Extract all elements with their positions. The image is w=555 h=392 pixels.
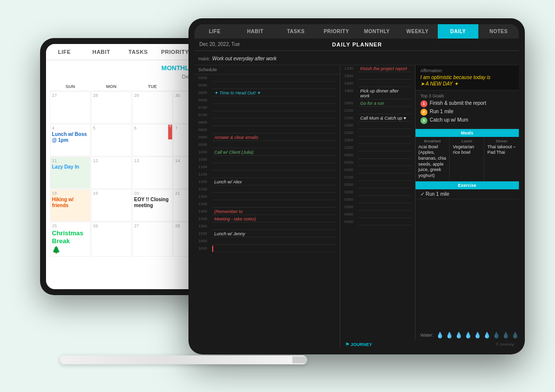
- goal-3-text: Catch up w/ Mum: [430, 117, 468, 123]
- tab-front-priority[interactable]: PRIORITY: [316, 24, 357, 39]
- lunch-content: Vegetarian rice bowl: [453, 144, 481, 156]
- drop-3: 💧: [455, 332, 462, 339]
- habit-value: Work out everyday after work: [212, 56, 277, 61]
- cal-header-sun: SUN: [50, 83, 91, 91]
- tab-front-habit[interactable]: HABIT: [235, 24, 276, 39]
- time-row-1630: 1630: [194, 245, 340, 253]
- goals-title: Top 3 Goals: [420, 93, 514, 98]
- dinner-content: Thai takeout – Pad Thai: [487, 144, 516, 156]
- tab-front-daily[interactable]: DAILY: [438, 24, 478, 39]
- time-row-0900: 0900Answer & clear emails: [194, 134, 340, 141]
- breakfast-label: Breakfast: [418, 139, 447, 143]
- breakfast-col: Breakfast Acai Bowl (Apples, bananas, ch…: [416, 137, 450, 181]
- time-row-1330: 1330: [194, 201, 340, 208]
- dinner-col: Dinner Thai takeout – Pad Thai: [484, 137, 519, 181]
- meals-section: Meals Breakfast Acai Bowl (Apples, banan…: [416, 129, 519, 181]
- cal-cell-19[interactable]: 19: [91, 189, 132, 221]
- time-row-1400: 1400(Remember to: [194, 208, 340, 216]
- drop-8: 💧: [502, 332, 509, 339]
- schedule-body: 0500 0530 0600✦ Time to Head Out! ✦ 0630…: [194, 75, 340, 348]
- daily-header: Dec 20, 2022, Tue DAILY PLANNER: [194, 39, 519, 51]
- goal-2: 2 Run 1 mile: [420, 109, 514, 116]
- copyright: © Journey: [496, 342, 514, 347]
- tab-front-notes[interactable]: NOTES: [478, 24, 519, 39]
- time-row-0830: 0830: [194, 127, 340, 134]
- goals-section: Top 3 Goals 1 Finish & submit the report…: [416, 90, 519, 129]
- goal-2-num: 2: [420, 109, 427, 116]
- goal-3-num: 3: [420, 117, 427, 124]
- cal-cell-13[interactable]: 13: [132, 157, 173, 189]
- cal-cell-18[interactable]: 18Hiking w/ friends: [50, 189, 91, 221]
- scene: LIFE HABIT TASKS PRIORITY MONTHLY WEEKLY…: [30, 18, 525, 374]
- schedule-header: Schedule: [194, 65, 340, 75]
- pencil-tip: [292, 356, 307, 363]
- lunch-col: Lunch Vegetarian rice bowl: [450, 137, 484, 181]
- drop-2: 💧: [446, 332, 453, 339]
- left-panel: Schedule 0500 0530 0600✦ Time to Head Ou…: [194, 65, 340, 348]
- time-row-0600: 0600✦ Time to Head Out! ✦: [194, 89, 340, 97]
- time-row-1100: 1100: [194, 164, 340, 171]
- exercise-header: Exercise: [416, 181, 519, 189]
- dinner-label: Dinner: [487, 139, 516, 143]
- tab-back-tasks[interactable]: TASKS: [120, 44, 157, 60]
- water-drops: 💧 💧 💧 💧 💧 💧 💧 💧 💧: [436, 332, 519, 339]
- time-row-1000: 1000Call w/ Client (Julia): [194, 149, 340, 156]
- tab-back-habit[interactable]: HABIT: [83, 44, 120, 60]
- tab-front-monthly[interactable]: MONTHLY: [357, 24, 397, 39]
- drop-6: 💧: [483, 332, 491, 339]
- right-schedule: 1700Finish the project report 1800 1830 …: [340, 65, 416, 341]
- tab-front-weekly[interactable]: WEEKLY: [397, 24, 438, 39]
- goal-1-num: 1: [420, 100, 427, 107]
- tab-front-life[interactable]: LIFE: [194, 24, 235, 39]
- drop-1: 💧: [436, 332, 444, 339]
- journey-footer: ⚑ JOURNEY © Journey: [340, 341, 519, 348]
- cal-cell-5[interactable]: 5: [91, 124, 132, 156]
- habit-label: Habit:: [198, 56, 210, 61]
- exercise-content: ✓ Run 1 mile: [416, 189, 519, 199]
- time-row-1230: 1230: [194, 186, 340, 193]
- cal-cell-4[interactable]: 4Lunch w/ Boss @ 1pm: [50, 124, 91, 156]
- nav-bar-dark: LIFE HABIT TASKS PRIORITY MONTHLY WEEKLY…: [194, 24, 519, 39]
- ipad-front: LIFE HABIT TASKS PRIORITY MONTHLY WEEKLY…: [188, 18, 525, 354]
- time-row-0530: 0530: [194, 82, 340, 89]
- affirmation-label: Affirmation:: [420, 68, 514, 73]
- time-row-1500: 1500: [194, 223, 340, 230]
- tab-back-priority[interactable]: PRIORITY: [157, 44, 194, 60]
- right-panel: 1700Finish the project report 1800 1830 …: [340, 65, 519, 348]
- goal-1-text: Finish & submit the report: [430, 100, 486, 106]
- breakfast-content: Acai Bowl (Apples, bananas, chia seeds, …: [418, 144, 447, 179]
- cal-cell-27prev[interactable]: 27: [50, 91, 91, 124]
- daily-body: Schedule 0500 0530 0600✦ Time to Head Ou…: [194, 65, 519, 348]
- lunch-label: Lunch: [453, 139, 481, 143]
- cal-cell-29prev[interactable]: 29: [132, 91, 173, 124]
- time-row-0630: 0630: [194, 97, 340, 104]
- time-row-0930: 0930: [194, 141, 340, 149]
- exercise-section: Exercise ✓ Run 1 mile: [416, 181, 519, 199]
- cal-cell-26[interactable]: 26: [91, 222, 132, 257]
- journey-brand: ⚑ JOURNEY: [345, 342, 372, 347]
- goal-3: 3 Catch up w/ Mum: [420, 117, 514, 124]
- cal-cell-11[interactable]: 11Lazy Day In: [50, 157, 91, 189]
- right-schedule-body: 1700Finish the project report 1800 1830 …: [340, 65, 415, 226]
- goal-2-text: Run 1 mile: [430, 109, 454, 114]
- meals-grid: Breakfast Acai Bowl (Apples, bananas, ch…: [416, 137, 519, 181]
- cal-header-tue: TUE: [132, 83, 173, 91]
- cal-cell-12[interactable]: 12: [91, 157, 132, 189]
- cal-cell-20[interactable]: 20EOY !! Closing meeting: [132, 189, 173, 221]
- time-row-0500: 0500: [194, 75, 340, 82]
- time-row-1600: 1600: [194, 238, 340, 245]
- cal-cell-28prev[interactable]: 28: [91, 91, 132, 124]
- ipad-front-screen: LIFE HABIT TASKS PRIORITY MONTHLY WEEKLY…: [194, 24, 519, 348]
- water-row: Water: 💧 💧 💧 💧 💧 💧 💧 💧: [416, 330, 519, 341]
- water-label: Water:: [420, 333, 433, 338]
- cal-cell-6[interactable]: 6P: [132, 124, 173, 156]
- cal-cell-25[interactable]: 25 ChristmasBreak 🌲: [50, 222, 91, 257]
- tab-back-life[interactable]: LIFE: [46, 44, 83, 60]
- cal-header-mon: MON: [91, 83, 132, 91]
- time-row-1530: 1530Lunch w/ Jenny: [194, 230, 340, 238]
- cal-cell-27[interactable]: 27: [132, 222, 173, 257]
- drop-7: 💧: [493, 332, 500, 339]
- daily-date: Dec 20, 2022, Tue: [199, 42, 240, 47]
- tab-front-tasks[interactable]: TASKS: [276, 24, 316, 39]
- goal-1: 1 Finish & submit the report: [420, 100, 514, 107]
